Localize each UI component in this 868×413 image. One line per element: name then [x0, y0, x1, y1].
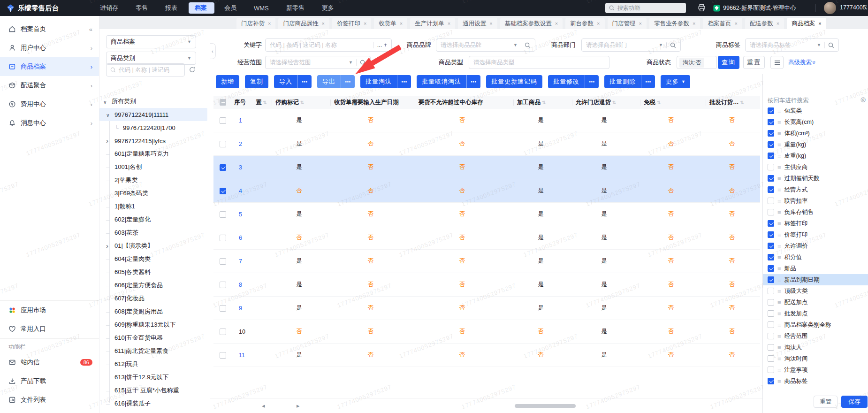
- tree-caret-icon[interactable]: [106, 282, 114, 289]
- column-checkbox[interactable]: [768, 299, 774, 306]
- scroll-right-icon[interactable]: ▸: [297, 402, 300, 409]
- column-option[interactable]: ≡ 注意事项: [763, 364, 868, 375]
- close-icon[interactable]: ×: [777, 21, 779, 26]
- drag-handle-icon[interactable]: ≡: [777, 265, 781, 272]
- sort-icon[interactable]: ⇅: [300, 100, 304, 105]
- tree-caret-icon[interactable]: [106, 216, 114, 223]
- tree-node[interactable]: 99767122415|lyfcs: [99, 134, 210, 147]
- drag-handle-icon[interactable]: ≡: [777, 130, 781, 137]
- drag-handle-icon[interactable]: ≡: [777, 175, 781, 182]
- row-number-link[interactable]: 10: [239, 329, 245, 335]
- column-option[interactable]: ≡ 经营范围: [763, 330, 868, 342]
- tree-caret-icon[interactable]: [106, 229, 114, 237]
- page-tab[interactable]: 商品档案×: [787, 18, 826, 29]
- column-option[interactable]: ≡ 商品标签: [763, 375, 868, 387]
- drag-handle-icon[interactable]: ≡: [777, 378, 781, 385]
- drag-handle-icon[interactable]: ≡: [777, 299, 781, 306]
- status-tag[interactable]: 淘汰:否: [679, 58, 704, 68]
- tree-node[interactable]: 01|【演示类】: [99, 239, 210, 252]
- close-icon[interactable]: ×: [818, 21, 821, 26]
- column-option[interactable]: ≡ 主供应商: [763, 161, 868, 173]
- tree-caret-icon[interactable]: [106, 243, 114, 250]
- tree-node[interactable]: 1|散称1: [99, 200, 210, 213]
- top-menu-item[interactable]: 更多: [316, 2, 342, 14]
- column-option[interactable]: ≡ 商品档案类别全称: [763, 319, 868, 330]
- drag-handle-icon[interactable]: ≡: [777, 355, 781, 362]
- column-option[interactable]: ≡ 长宽高(cm): [763, 116, 868, 128]
- tree-caret-icon[interactable]: [106, 164, 114, 171]
- global-search-input[interactable]: 搜索功能: [605, 3, 686, 13]
- sort-icon[interactable]: ⇅: [263, 100, 267, 105]
- select-all-checkbox[interactable]: [220, 99, 226, 106]
- tree-caret-icon[interactable]: [106, 151, 114, 158]
- row-number-link[interactable]: 11: [239, 352, 245, 359]
- tree-node[interactable]: 3|F69条码类: [99, 187, 210, 200]
- sidebar-item-messages[interactable]: 消息中心›: [0, 114, 99, 132]
- page-tab[interactable]: 配送参数×: [745, 18, 784, 29]
- drag-handle-icon[interactable]: ≡: [777, 333, 781, 340]
- close-icon[interactable]: ×: [400, 21, 403, 26]
- tree-node[interactable]: 605|各类酱料: [99, 266, 210, 279]
- top-menu-item[interactable]: 新零售: [280, 2, 312, 14]
- tree-caret-icon[interactable]: [106, 308, 114, 315]
- drag-handle-icon[interactable]: ≡: [777, 288, 781, 295]
- column-option[interactable]: ≡ 批发加点: [763, 308, 868, 319]
- column-option[interactable]: ≡ 包装类: [763, 105, 868, 116]
- sidebar-item-expense[interactable]: 费用中心›: [0, 95, 99, 114]
- column-checkbox[interactable]: [768, 198, 774, 204]
- row-number-link[interactable]: 9: [239, 305, 242, 312]
- drag-handle-icon[interactable]: ≡: [777, 231, 781, 238]
- column-checkbox[interactable]: [768, 153, 774, 159]
- type-input[interactable]: 请选择商品类型: [469, 56, 609, 69]
- sidebar-item-product-archive[interactable]: 商品档案›: [0, 57, 99, 76]
- page-tab[interactable]: 通用设置×: [458, 18, 497, 29]
- tree-caret-icon[interactable]: [106, 295, 114, 302]
- row-checkbox[interactable]: [220, 141, 226, 147]
- sort-icon[interactable]: ⇅: [612, 100, 616, 105]
- column-option[interactable]: ≡ 负库存销售: [763, 206, 868, 218]
- scroll-left-icon[interactable]: ◂: [262, 402, 265, 409]
- tree-node[interactable]: 603|花茶: [99, 226, 210, 239]
- tree-node[interactable]: 2|苹果类: [99, 174, 210, 187]
- archive-type-select[interactable]: 商品档案▼: [106, 35, 196, 48]
- column-checkbox[interactable]: [768, 344, 774, 351]
- table-row[interactable]: 3 是否否是是否否: [213, 156, 760, 179]
- toolbar-button[interactable]: 批量修改 ▼: [548, 75, 599, 88]
- close-icon[interactable]: ×: [693, 21, 695, 26]
- more-options-icon[interactable]: [297, 75, 312, 88]
- drag-handle-icon[interactable]: ≡: [777, 367, 781, 374]
- toolbar-button[interactable]: 批量删除 ▼: [604, 75, 655, 88]
- drag-handle-icon[interactable]: ≡: [777, 186, 781, 193]
- column-header[interactable]: 允许门店退货⇅: [570, 99, 638, 107]
- tree-node[interactable]: 606|定量方便食品: [99, 279, 210, 292]
- sidebar-item-inbox[interactable]: 站内信 86: [0, 353, 99, 372]
- tag-select[interactable]: 请选择商品标签 ▼: [745, 38, 839, 52]
- toolbar-button[interactable]: 批量淘汰 ▼: [360, 75, 411, 88]
- search-icon[interactable]: [360, 60, 366, 66]
- column-checkbox[interactable]: [768, 119, 774, 125]
- close-icon[interactable]: ×: [321, 21, 324, 26]
- sidebar-item-user-center[interactable]: 用户中心›: [0, 38, 99, 57]
- column-checkbox[interactable]: [768, 321, 774, 328]
- close-icon[interactable]: ×: [448, 21, 450, 26]
- collapse-panel-handle[interactable]: ‹: [210, 43, 216, 59]
- column-checkbox[interactable]: [768, 220, 774, 227]
- tree-node[interactable]: 99767122420|1700: [99, 121, 210, 134]
- column-option[interactable]: ≡ 经营方式: [763, 184, 868, 195]
- column-option[interactable]: ≡ 过期催销天数: [763, 173, 868, 184]
- drag-handle-icon[interactable]: ≡: [777, 254, 781, 261]
- column-header[interactable]: 加工商品⇅: [511, 99, 570, 107]
- row-checkbox[interactable]: [220, 282, 226, 288]
- sort-icon[interactable]: ⇅: [657, 100, 661, 105]
- columns-reset-button[interactable]: 重置: [814, 396, 838, 408]
- collapse-sidebar-icon[interactable]: «: [89, 26, 92, 33]
- page-tab[interactable]: 基础档案参数设置×: [500, 18, 563, 29]
- column-option[interactable]: ≡ 积分值: [763, 252, 868, 263]
- sidebar-item-file-list[interactable]: 文件列表: [0, 390, 99, 409]
- category-search-input[interactable]: 代码 | 名称 | 速记码: [106, 63, 185, 76]
- column-option[interactable]: ≡ 顶级大类: [763, 285, 868, 297]
- tree-node[interactable]: 99767122419|11111: [99, 108, 207, 121]
- tree-caret-icon[interactable]: [106, 400, 114, 407]
- column-checkbox[interactable]: [768, 186, 774, 193]
- column-checkbox[interactable]: [768, 107, 774, 114]
